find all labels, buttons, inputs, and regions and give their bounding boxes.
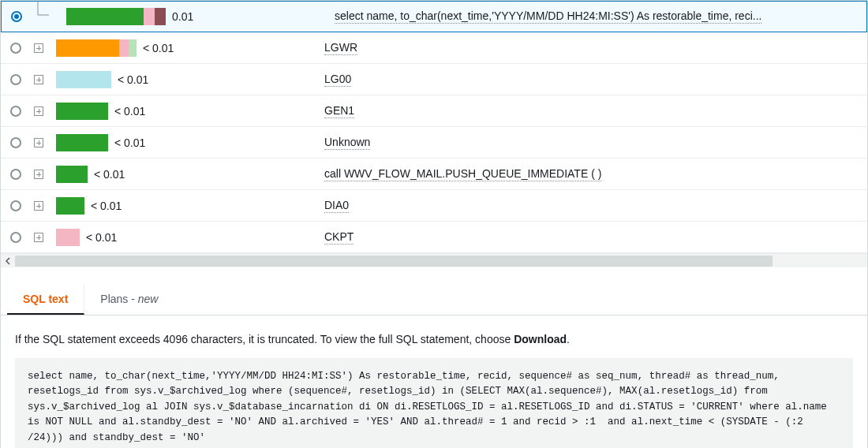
load-bar-cell: < 0.01 (56, 197, 324, 215)
load-bar-cell: < 0.01 (56, 39, 324, 57)
scroll-track[interactable] (15, 256, 773, 267)
load-bar (56, 229, 80, 246)
download-link[interactable]: Download (514, 333, 567, 345)
bar-segment (66, 8, 144, 25)
notice-suffix: . (567, 333, 570, 345)
bar-segment (129, 39, 137, 57)
description-text[interactable]: call WWV_FLOW_MAIL.PUSH_QUEUE_IMMEDIATE … (324, 167, 601, 181)
load-bar (56, 71, 111, 88)
sql-text-block: select name, to_char(next_time,'YYYY/MM/… (15, 358, 853, 448)
row-radio[interactable] (11, 11, 22, 22)
bar-segment (56, 166, 88, 183)
table-row[interactable]: < 0.01GEN1 (1, 95, 867, 127)
table-row[interactable]: < 0.01DIA0 (1, 190, 867, 222)
row-radio[interactable] (10, 106, 21, 117)
description-cell: CKPT (324, 230, 858, 245)
description-cell: Unknown (324, 136, 858, 150)
tab-plans-label: Plans - (100, 293, 137, 305)
load-bar (56, 39, 137, 57)
description-cell: select name, to_char(next_time,'YYYY/MM/… (335, 9, 857, 24)
load-bar-cell: < 0.01 (56, 134, 324, 151)
expand-icon[interactable] (32, 105, 45, 118)
row-radio[interactable] (10, 74, 21, 85)
bar-segment (119, 39, 129, 57)
load-value: < 0.01 (94, 168, 125, 181)
load-value: < 0.01 (86, 231, 117, 244)
table-row[interactable]: < 0.01LGWR (1, 32, 867, 64)
description-text[interactable]: GEN1 (324, 104, 354, 118)
row-radio[interactable] (10, 137, 21, 148)
description-text[interactable]: Unknown (324, 136, 370, 150)
tree-branch-icon (33, 10, 55, 23)
load-bar-cell: < 0.01 (56, 229, 324, 246)
description-text[interactable]: LG00 (324, 73, 351, 87)
bar-segment (56, 71, 111, 88)
notice-text: If the SQL statement exceeds 4096 charac… (15, 333, 514, 345)
load-bar (66, 8, 166, 25)
description-cell: LG00 (324, 73, 858, 87)
description-text[interactable]: DIA0 (324, 199, 349, 213)
load-value: < 0.01 (91, 200, 122, 212)
bar-segment (56, 103, 108, 120)
description-cell: GEN1 (324, 104, 858, 118)
load-value: < 0.01 (114, 136, 145, 149)
bar-segment (56, 197, 84, 215)
row-radio[interactable] (10, 169, 21, 180)
table-row[interactable]: < 0.01CKPT (1, 222, 867, 253)
table-row[interactable]: < 0.01LG00 (1, 64, 867, 95)
row-radio[interactable] (10, 43, 21, 54)
truncation-notice: If the SQL statement exceeds 4096 charac… (15, 333, 853, 345)
bar-segment (56, 134, 108, 151)
expand-icon[interactable] (32, 168, 45, 181)
load-bar (56, 134, 108, 151)
horizontal-scrollbar[interactable] (1, 253, 867, 267)
description-text[interactable]: CKPT (324, 230, 354, 245)
scroll-left-button[interactable] (1, 254, 15, 268)
expand-icon[interactable] (32, 231, 45, 244)
load-bar-cell: < 0.01 (56, 166, 324, 183)
load-bar-cell: < 0.01 (56, 71, 324, 88)
detail-tabs: SQL text Plans - new (1, 285, 867, 315)
sql-rows-list: 0.01select name, to_char(next_time,'YYYY… (1, 1, 867, 253)
tab-plans[interactable]: Plans - new (84, 285, 174, 315)
table-row[interactable]: 0.01select name, to_char(next_time,'YYYY… (1, 1, 867, 32)
expand-icon[interactable] (32, 42, 45, 54)
tab-plans-new-label: new (138, 293, 159, 305)
bar-segment (56, 229, 80, 246)
description-cell: DIA0 (324, 199, 858, 213)
main-container: 0.01select name, to_char(next_time,'YYYY… (0, 0, 868, 448)
load-value: < 0.01 (143, 42, 174, 54)
load-value: 0.01 (172, 10, 193, 23)
bar-segment (155, 8, 166, 25)
tab-sql-text[interactable]: SQL text (7, 285, 84, 315)
load-value: < 0.01 (114, 105, 145, 118)
description-text[interactable]: LGWR (324, 41, 357, 55)
load-value: < 0.01 (118, 73, 148, 86)
load-bar (56, 197, 84, 215)
row-radio[interactable] (10, 200, 21, 211)
table-row[interactable]: < 0.01Unknown (1, 127, 867, 159)
load-bar-cell: < 0.01 (56, 103, 324, 120)
detail-panel: If the SQL statement exceeds 4096 charac… (1, 315, 867, 448)
bar-segment (56, 39, 119, 57)
expand-icon[interactable] (32, 200, 45, 212)
expand-icon[interactable] (32, 73, 45, 86)
bar-segment (144, 8, 155, 25)
row-radio[interactable] (10, 232, 21, 243)
load-bar (56, 166, 88, 183)
description-cell: call WWV_FLOW_MAIL.PUSH_QUEUE_IMMEDIATE … (324, 167, 858, 181)
table-row[interactable]: < 0.01call WWV_FLOW_MAIL.PUSH_QUEUE_IMME… (1, 159, 867, 190)
description-text[interactable]: select name, to_char(next_time,'YYYY/MM/… (335, 9, 761, 24)
load-bar-cell: 0.01 (66, 8, 335, 25)
expand-icon[interactable] (32, 136, 45, 149)
description-cell: LGWR (324, 41, 858, 55)
load-bar (56, 103, 108, 120)
